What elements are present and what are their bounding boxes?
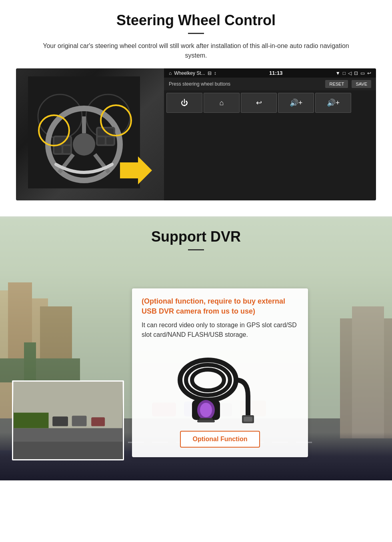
signal-icon: ↕ <box>214 70 216 76</box>
svg-point-48 <box>200 403 212 417</box>
vol-down-btn[interactable]: 🔊+ <box>315 93 351 113</box>
camera-icon: □ <box>343 70 346 76</box>
dvr-thumbnail <box>12 380 124 460</box>
camera-device-svg <box>168 348 272 424</box>
dvr-content: (Optional function, require to buy exter… <box>0 256 392 480</box>
android-statusbar: ⌂ Wheelkey St... ⊟ ↕ 11:13 ▼ □ ◁ ⊡ ▭ ↩ <box>164 68 376 78</box>
arrow-icon <box>120 156 152 184</box>
home-icon: ⌂ <box>169 70 172 76</box>
instruction-text: Press steering wheel buttons <box>169 81 230 87</box>
steering-wheel-section: Steering Wheel Control Your original car… <box>0 0 392 208</box>
sound-icon: ◁ <box>348 70 352 76</box>
home-btn[interactable]: ⌂ <box>204 93 240 113</box>
title-divider <box>188 33 204 34</box>
back-icon: ↩ <box>367 70 371 76</box>
time-display: 11:13 <box>269 70 282 76</box>
svg-rect-40 <box>14 442 122 459</box>
svg-rect-36 <box>52 416 68 426</box>
dvr-section: Support DVR <box>0 216 392 480</box>
steering-photo <box>16 68 164 200</box>
svg-rect-15 <box>106 137 114 144</box>
power-btn[interactable]: ⏻ <box>166 93 202 113</box>
svg-rect-14 <box>98 137 105 144</box>
dvr-description: It can record video only to storage in G… <box>142 320 298 340</box>
svg-point-4 <box>73 133 95 156</box>
function-buttons-grid: ⏻ ⌂ ↩ 🔊+ 🔊+ <box>164 90 376 115</box>
highlight-circle-right <box>100 104 132 136</box>
statusbar-time: 11:13 <box>269 70 282 76</box>
vol-up-btn[interactable]: 🔊+ <box>278 93 314 113</box>
screen-icon: ⊡ <box>354 70 358 76</box>
dvr-title: Support DVR <box>0 228 392 245</box>
usb-icon: ⊟ <box>208 70 212 76</box>
steering-image-container: ⌂ Wheelkey St... ⊟ ↕ 11:13 ▼ □ ◁ ⊡ ▭ ↩ <box>16 68 376 200</box>
dvr-divider <box>188 249 204 250</box>
reset-button[interactable]: RESET <box>325 80 348 88</box>
svg-rect-11 <box>63 146 70 153</box>
optional-text: (Optional function, require to buy exter… <box>142 296 298 316</box>
svg-rect-37 <box>72 416 87 426</box>
svg-rect-45 <box>244 417 252 422</box>
thumbnail-svg <box>13 382 123 459</box>
svg-rect-10 <box>54 146 62 153</box>
highlight-circle-left <box>38 114 70 146</box>
dvr-title-area: Support DVR <box>0 216 392 256</box>
dvr-info-box: (Optional function, require to buy exter… <box>132 288 308 457</box>
dvr-thumbnail-inner <box>13 382 123 459</box>
save-button[interactable]: SAVE <box>352 80 371 88</box>
statusbar-left: ⌂ Wheelkey St... ⊟ ↕ <box>169 70 216 76</box>
app-name: Wheelkey St... <box>174 70 205 76</box>
action-buttons: RESET SAVE <box>323 80 371 88</box>
svg-marker-16 <box>120 156 152 184</box>
svg-rect-38 <box>91 417 105 426</box>
svg-rect-50 <box>197 420 215 422</box>
android-screen: ⌂ Wheelkey St... ⊟ ↕ 11:13 ▼ □ ◁ ⊡ ▭ ↩ <box>164 68 376 200</box>
optional-function-button[interactable]: Optional Function <box>180 431 260 448</box>
back-btn[interactable]: ↩ <box>241 93 277 113</box>
dvr-camera-image <box>142 346 298 426</box>
android-topbar: Press steering wheel buttons RESET SAVE <box>164 78 376 90</box>
wifi-icon: ▼ <box>336 70 340 76</box>
record-icon: ▭ <box>360 70 365 76</box>
svg-point-43 <box>192 370 224 390</box>
steering-title: Steering Wheel Control <box>16 12 376 29</box>
statusbar-right: ▼ □ ◁ ⊡ ▭ ↩ <box>336 70 371 76</box>
svg-rect-39 <box>14 413 48 428</box>
steering-description: Your original car's steering wheel contr… <box>32 41 360 60</box>
